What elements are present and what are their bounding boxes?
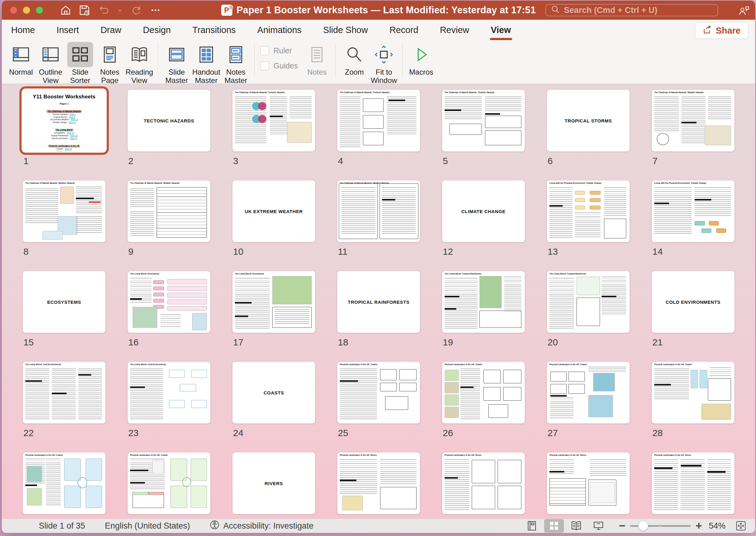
share-button[interactable]: Share bbox=[695, 22, 748, 39]
slide-thumbnail-12[interactable]: CLIMATE CHANGE bbox=[442, 181, 525, 242]
tab-transitions[interactable]: Transitions bbox=[192, 22, 237, 38]
tab-review[interactable]: Review bbox=[439, 22, 470, 38]
slide-thumbnail-11[interactable]: The Challenge of Natural Hazards: Weathe… bbox=[337, 181, 420, 242]
zoom-button[interactable]: Zoom bbox=[340, 42, 369, 76]
slide-sorter-button[interactable]: Slide Sorter bbox=[65, 42, 95, 84]
notes-page-button[interactable]: Notes Page bbox=[95, 42, 124, 84]
slide-hyperlink[interactable]: Slide 31 bbox=[64, 151, 72, 151]
slide-thumbnail-5[interactable]: The Challenge of Natural Hazards: Tecton… bbox=[442, 90, 525, 151]
slide-thumbnail-16[interactable]: The Living World: Ecosystems bbox=[128, 271, 210, 333]
ribbon-separator bbox=[402, 43, 403, 77]
slide-thumbnail-29[interactable]: Physical Landscapes in the UK: Coasts bbox=[23, 452, 106, 514]
slide-thumbnail-25[interactable]: Physical Landscapes in the UK: Coasts bbox=[337, 362, 420, 423]
slide-thumbnail-34[interactable]: Physical Landscapes in the UK: Rivers bbox=[547, 452, 630, 514]
slide-hyperlink[interactable]: Slide 2 bbox=[70, 113, 76, 115]
save-icon[interactable] bbox=[79, 5, 90, 16]
slide-thumbnail-19[interactable]: The Living World: Tropical Rainforests bbox=[442, 271, 525, 333]
slide-thumbnail-7[interactable]: The Challenge of Natural Hazards: Weathe… bbox=[652, 90, 735, 151]
status-slide-sorter-button[interactable] bbox=[544, 519, 564, 533]
slide-thumbnail-3[interactable]: The Challenge of Natural Hazards: Tecton… bbox=[232, 90, 315, 151]
slide-thumbnail-31[interactable]: RIVERS bbox=[232, 452, 315, 514]
zoom-window-button[interactable] bbox=[36, 7, 43, 14]
redo-icon[interactable] bbox=[131, 5, 142, 16]
tab-design[interactable]: Design bbox=[143, 22, 171, 38]
slide-thumbnail-22[interactable]: The Living World: Cold Environments bbox=[23, 362, 106, 423]
slide-thumbnail-21[interactable]: COLD ENVIRONMENTS bbox=[652, 271, 735, 333]
tab-view[interactable]: View bbox=[490, 22, 512, 38]
presenter-coach-icon[interactable] bbox=[739, 5, 749, 17]
slide-thumbnail-28[interactable]: Physical Landscapes in the UK: Coasts bbox=[652, 362, 735, 423]
slide-thumbnail-24[interactable]: COASTS bbox=[232, 362, 315, 423]
slide-thumbnail-23[interactable]: The Living World: Cold Environments bbox=[128, 362, 210, 423]
slide-hyperlink[interactable]: Slide 15 bbox=[67, 132, 74, 134]
slide-thumbnail-10[interactable]: UK EXTREME WEATHER bbox=[232, 181, 315, 242]
tab-animations[interactable]: Animations bbox=[257, 22, 302, 38]
zoom-slider-thumb[interactable] bbox=[638, 521, 648, 531]
slide-hyperlink[interactable]: Slide 18 bbox=[70, 134, 78, 137]
outline-view-button[interactable]: Outline View bbox=[36, 42, 65, 84]
status-reading-view-button[interactable] bbox=[566, 519, 586, 533]
slide-thumbnail-17[interactable]: The Living World: Ecosystems bbox=[232, 271, 315, 333]
close-window-button[interactable] bbox=[10, 7, 17, 14]
slide-thumbnail-35[interactable]: Physical Landscapes in the UK: Rivers bbox=[652, 452, 735, 514]
zoom-slider[interactable] bbox=[630, 525, 691, 527]
tab-insert[interactable]: Insert bbox=[56, 22, 80, 38]
worksheet-tag-shape bbox=[153, 293, 164, 296]
worksheet-box-shape bbox=[483, 387, 501, 401]
reading-view-button[interactable]: Reading View bbox=[124, 42, 154, 84]
status-slideshow-button[interactable] bbox=[589, 519, 608, 533]
slide-thumbnail-26[interactable]: Physical Landscapes in the UK: Coasts bbox=[442, 362, 525, 423]
guides-checkbox[interactable]: Guides bbox=[260, 61, 298, 70]
status-normal-view-button[interactable] bbox=[522, 519, 542, 533]
handout-master-button[interactable]: Handout Master bbox=[191, 42, 221, 84]
slide-hyperlink[interactable]: Slide 12 bbox=[69, 121, 76, 123]
slide-master-button[interactable]: Slide Master bbox=[162, 42, 191, 84]
zoom-in-button[interactable]: + bbox=[696, 520, 702, 531]
notes-button[interactable]: Notes bbox=[302, 42, 332, 76]
home-icon[interactable] bbox=[60, 5, 71, 16]
slide-number-label: 19 bbox=[442, 337, 525, 348]
undo-icon[interactable] bbox=[98, 5, 109, 16]
slide-thumbnail-9[interactable]: The Challenge of Natural Hazards: Weathe… bbox=[128, 181, 210, 242]
slide-thumbnail-2[interactable]: TECTONIC HAZARDS bbox=[128, 90, 210, 151]
accessibility-status[interactable]: Accessibility: Investigate bbox=[210, 520, 313, 532]
notes-master-button[interactable]: Notes Master bbox=[221, 42, 251, 84]
language-indicator[interactable]: English (United States) bbox=[105, 521, 190, 531]
slide-thumbnail-30[interactable]: Physical Landscapes in the UK: Coasts bbox=[128, 452, 210, 514]
slide-thumbnail-8[interactable]: The Challenge of Natural Hazards: Weathe… bbox=[23, 181, 106, 242]
slide-hyperlink[interactable]: Slide 10 bbox=[71, 118, 78, 120]
slide-thumbnail-14[interactable]: Living with the Physical Environment: Cl… bbox=[652, 181, 735, 242]
tab-home[interactable]: Home bbox=[11, 22, 35, 38]
slide-hyperlink[interactable]: Slide 24 bbox=[65, 148, 72, 150]
more-toolbar-icon[interactable] bbox=[150, 5, 161, 16]
tab-record[interactable]: Record bbox=[389, 22, 419, 38]
slide-thumbnail-15[interactable]: ECOSYSTEMS bbox=[23, 271, 106, 333]
normal-view-button[interactable]: Normal bbox=[6, 42, 36, 76]
slide-thumbnail-20[interactable]: The Living World: Tropical Rainforests bbox=[547, 271, 630, 333]
macros-button[interactable]: Macros bbox=[406, 42, 436, 76]
fit-slide-to-window-button[interactable] bbox=[731, 519, 751, 533]
slide-thumbnail-27[interactable]: Physical Landscapes in the UK: Coasts bbox=[547, 362, 630, 423]
tab-draw[interactable]: Draw bbox=[100, 22, 122, 38]
tab-slide-show[interactable]: Slide Show bbox=[322, 22, 369, 38]
ruler-checkbox[interactable]: Ruler bbox=[260, 46, 298, 55]
slide-number-label: 9 bbox=[128, 247, 210, 257]
slide-hyperlink[interactable]: Slide 21 bbox=[70, 137, 77, 139]
worksheet-lines-shape bbox=[289, 96, 312, 119]
slide-thumbnail-32[interactable]: Physical Landscapes in the UK: Rivers bbox=[337, 452, 420, 514]
worksheet-bar-shape bbox=[681, 465, 702, 467]
fit-to-window-button[interactable]: Fit to Window bbox=[369, 42, 399, 84]
slide-thumbnail-33[interactable]: Physical Landscapes in the UK: Rivers bbox=[442, 452, 525, 514]
slide-hyperlink[interactable]: Slide 6 bbox=[69, 116, 75, 118]
undo-dropdown-chevron-icon[interactable] bbox=[117, 7, 123, 13]
slide-thumbnail-1[interactable]: Y11 Booster WorksheetsPaper 1The Challen… bbox=[23, 90, 106, 151]
slide-thumbnail-6[interactable]: TROPICAL STORMS bbox=[547, 90, 630, 151]
slide-thumbnail-4[interactable]: The Challenge of Natural Hazards: Tecton… bbox=[337, 90, 420, 151]
zoom-percentage[interactable]: 54% bbox=[709, 521, 726, 531]
slide-thumbnail-13[interactable]: Living with the Physical Environment: Cl… bbox=[547, 181, 630, 242]
worksheet-lines-shape bbox=[444, 459, 469, 510]
zoom-out-button[interactable]: − bbox=[619, 520, 625, 531]
minimize-window-button[interactable] bbox=[23, 7, 30, 14]
slide-thumbnail-18[interactable]: TROPICAL RAINFORESTS bbox=[337, 271, 420, 333]
search-input[interactable]: Search (Cmd + Ctrl + U) bbox=[545, 4, 718, 17]
